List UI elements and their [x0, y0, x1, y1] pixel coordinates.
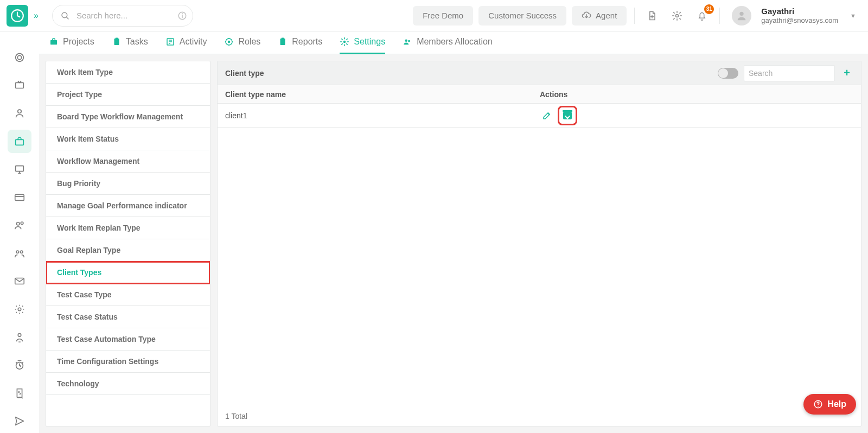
rail-monitor-icon[interactable] [8, 157, 31, 181]
settings-tab-icon [340, 37, 349, 47]
members-icon [403, 37, 412, 47]
document-icon[interactable] [642, 6, 662, 26]
svg-point-18 [16, 251, 19, 253]
free-demo-label: Free Demo [423, 11, 463, 20]
help-button[interactable]: Help [803, 394, 856, 415]
rail-user-icon[interactable] [8, 101, 31, 125]
settings-item[interactable]: Workflow Management [46, 150, 210, 173]
svg-point-40 [343, 41, 346, 43]
app-logo[interactable] [7, 5, 28, 27]
settings-item[interactable]: Test Case Status [46, 306, 210, 328]
agent-button[interactable]: Agent [572, 6, 627, 26]
rail-invoice-icon[interactable] [8, 381, 31, 405]
svg-point-16 [17, 222, 20, 226]
client-type-panel: Client type + Client type name Actions c… [217, 61, 861, 426]
tab-members-allocation[interactable]: Members Allocation [403, 31, 493, 54]
rail-briefcase-icon[interactable] [8, 130, 31, 154]
svg-point-35 [228, 44, 229, 46]
tab-tasks[interactable]: Tasks [112, 31, 148, 54]
tab-label: Members Allocation [417, 37, 493, 47]
global-search-input[interactable] [75, 10, 185, 21]
svg-point-11 [18, 110, 21, 113]
settings-item[interactable]: Project Type [46, 84, 210, 106]
settings-item[interactable]: Technology [46, 373, 210, 395]
rail-mail-icon[interactable] [8, 270, 31, 294]
svg-point-22 [18, 333, 21, 336]
settings-item[interactable]: Manage Goal Performance indicator [46, 195, 210, 217]
settings-item[interactable]: Client Types [46, 262, 210, 284]
settings-gear-icon[interactable] [667, 6, 687, 26]
settings-submenu: Work Item TypeProject TypeBoard Type Wor… [46, 61, 210, 426]
rail-card-icon[interactable] [8, 186, 31, 209]
roles-icon [224, 37, 234, 47]
edit-icon [542, 111, 552, 120]
settings-item[interactable]: Test Case Automation Type [46, 328, 210, 351]
svg-point-21 [18, 308, 21, 311]
rail-employee-icon[interactable] [8, 326, 31, 349]
tab-reports[interactable]: Reports [278, 31, 322, 54]
agent-label: Agent [596, 11, 617, 20]
settings-item[interactable]: Goal Replan Type [46, 239, 210, 262]
tab-label: Tasks [126, 37, 148, 47]
svg-rect-25 [50, 40, 57, 44]
panel-title: Client type [225, 69, 712, 78]
svg-point-34 [228, 38, 229, 39]
free-demo-button[interactable]: Free Demo [413, 6, 473, 26]
settings-item[interactable]: Board Type Workflow Management [46, 106, 210, 128]
body-area: Work Item TypeProject TypeBoard Type Wor… [39, 54, 868, 433]
rail-gear-icon[interactable] [8, 297, 31, 321]
left-rail [0, 31, 39, 433]
search-icon [60, 11, 70, 21]
archive-button[interactable] [560, 109, 575, 123]
rail-send-icon[interactable] [8, 410, 31, 433]
search-info-icon[interactable] [177, 11, 187, 21]
settings-item[interactable]: Work Item Replan Type [46, 217, 210, 239]
user-avatar[interactable] [732, 6, 751, 26]
svg-rect-14 [15, 194, 24, 200]
customer-success-button[interactable]: Customer Success [478, 6, 566, 26]
svg-point-5 [182, 13, 183, 14]
activity-icon [165, 37, 175, 47]
tab-roles[interactable]: Roles [224, 31, 260, 54]
reports-icon [278, 37, 288, 47]
rail-clock-icon[interactable] [8, 353, 31, 377]
svg-point-8 [16, 53, 24, 61]
rail-target-icon[interactable] [8, 46, 31, 69]
add-client-type-button[interactable]: + [840, 67, 853, 80]
tab-activity[interactable]: Activity [165, 31, 207, 54]
archive-icon [563, 112, 572, 119]
archived-toggle[interactable] [718, 68, 738, 79]
user-block[interactable]: Gayathri gayathri@snovasys.com [761, 7, 838, 25]
tab-label: Activity [180, 37, 207, 47]
svg-point-36 [225, 41, 226, 42]
rail-team-icon[interactable] [8, 241, 31, 265]
global-search [52, 5, 193, 27]
settings-item[interactable]: Test Case Type [46, 284, 210, 306]
svg-point-9 [17, 55, 21, 59]
column-name-header: Client type name [225, 90, 540, 99]
tab-projects[interactable]: Projects [49, 31, 94, 54]
cloud-download-icon [582, 11, 591, 21]
expand-sidebar-icon[interactable]: » [34, 11, 37, 21]
rail-tv-icon[interactable] [8, 74, 31, 98]
settings-item[interactable]: Time Configuration Settings [46, 351, 210, 373]
settings-item[interactable]: Work Item Type [46, 61, 210, 84]
column-actions-header: Actions [540, 90, 853, 99]
cell-actions [540, 109, 853, 123]
user-menu-caret[interactable]: ▼ [850, 12, 856, 19]
settings-item[interactable]: Work Item Status [46, 128, 210, 150]
briefcase-icon [49, 37, 59, 47]
notifications-icon[interactable]: 31 [692, 6, 712, 26]
svg-rect-26 [114, 39, 119, 45]
svg-point-7 [740, 11, 744, 15]
avatar-placeholder-icon [736, 10, 748, 22]
rail-users-icon[interactable] [8, 213, 31, 237]
svg-rect-13 [16, 166, 24, 171]
edit-button[interactable] [540, 109, 554, 123]
svg-point-44 [818, 406, 819, 407]
panel-search-input[interactable] [744, 65, 835, 81]
tab-settings[interactable]: Settings [340, 31, 385, 54]
settings-item[interactable]: Bug Priority [46, 173, 210, 195]
svg-point-42 [408, 40, 410, 42]
svg-rect-12 [16, 139, 24, 145]
